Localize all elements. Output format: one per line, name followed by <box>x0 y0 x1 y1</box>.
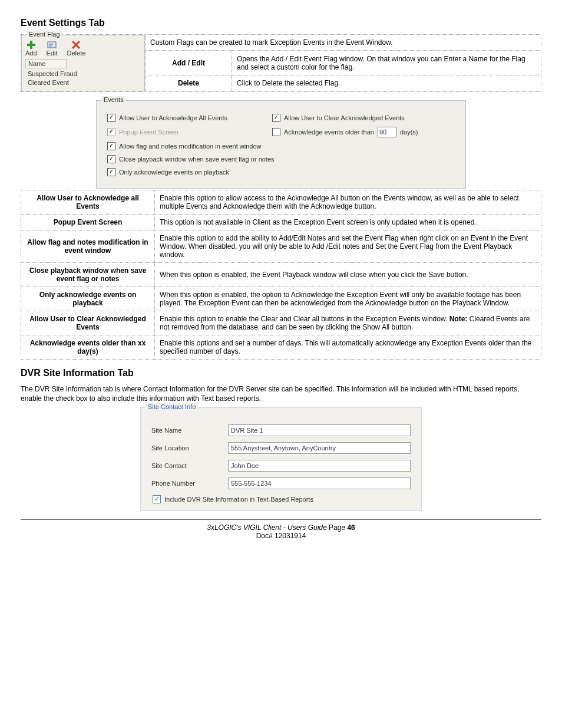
opt-label: Allow flag and notes modification in eve… <box>21 230 155 262</box>
add-edit-label: Add / Edit <box>146 51 232 75</box>
allow-flag-notes-checkbox[interactable] <box>107 142 115 150</box>
only-ack-playback-checkbox[interactable] <box>107 168 115 176</box>
opt-desc: Enable this options and set a number of … <box>155 335 541 359</box>
site-name-input[interactable]: DVR Site 1 <box>228 424 411 436</box>
close-playback-label: Close playback window when save event fl… <box>119 156 275 163</box>
add-edit-desc: Opens the Add / Edit Event Flag window. … <box>232 51 541 75</box>
add-label: Add <box>25 50 37 57</box>
ack-older-label: Acknowledge events older than <box>284 129 374 136</box>
opt-label: Popup Event Screen <box>21 214 155 230</box>
flags-intro: Custom Flags can be created to mark Exce… <box>146 35 541 51</box>
popup-label: Popup Event Screen <box>119 129 178 136</box>
add-flag-button[interactable]: Add <box>25 40 37 57</box>
delete-desc: Click to Delete the selected Flag. <box>232 75 541 92</box>
opt-desc: This option is not available in Client a… <box>155 214 541 230</box>
event-options-table: Allow User to Acknowledge all Events Ena… <box>21 190 541 360</box>
popup-checkbox <box>107 128 115 136</box>
site-contact-legend: Site Contact Info <box>146 403 198 410</box>
phone-label: Phone Number <box>151 480 228 487</box>
event-flag-panel: Event Flag Add Edit Delete Name <box>21 35 145 91</box>
events-legend: Events <box>101 96 126 103</box>
site-location-label: Site Location <box>151 444 228 452</box>
ack-older-input[interactable]: 90 <box>378 127 396 137</box>
page-footer: 3xLOGIC's VIGIL Client - Users Guide Pag… <box>21 523 541 540</box>
opt-label: Acknowledge events older than xx day(s) <box>21 335 155 359</box>
opt-desc: Enable this option to add the ability to… <box>155 230 541 262</box>
edit-flag-button[interactable]: Edit <box>47 40 58 57</box>
include-text-reports-label: Include DVR Site Information in Text-Bas… <box>164 496 313 503</box>
only-ack-playback-label: Only acknowledge events on playback <box>119 169 229 176</box>
delete-icon <box>71 40 81 50</box>
opt-desc: When this option is enabled, the Event P… <box>155 262 541 286</box>
site-contact-panel: Site Contact Info Site Name DVR Site 1 S… <box>140 407 422 511</box>
flag-list-item[interactable]: Suspected Fraud <box>28 70 138 78</box>
svg-rect-2 <box>48 42 56 48</box>
include-text-reports-checkbox[interactable] <box>153 495 161 503</box>
opt-desc: Enable this option to allow access to th… <box>155 190 541 214</box>
opt-label: Only acknowledge events on playback <box>21 286 155 311</box>
allow-flag-notes-label: Allow flag and notes modification in eve… <box>119 143 262 150</box>
phone-input[interactable]: 555-555-1234 <box>228 477 411 489</box>
heading-event-settings-tab: Event Settings Tab <box>21 18 541 28</box>
close-playback-checkbox[interactable] <box>107 155 115 163</box>
opt-label: Allow User to Clear Acknowledged Events <box>21 311 155 335</box>
ack-all-checkbox[interactable] <box>107 114 115 122</box>
ack-all-label: Allow User to Acknowledge All Events <box>119 114 227 121</box>
events-panel: Events Allow User to Acknowledge All Eve… <box>96 100 466 189</box>
flag-list-item[interactable]: Cleared Event <box>28 78 138 87</box>
plus-icon <box>27 40 36 50</box>
dvr-intro-text: The DVR Site Information tab is where Co… <box>21 384 541 404</box>
delete-label-cell: Delete <box>146 75 232 92</box>
delete-flag-button[interactable]: Delete <box>67 40 86 57</box>
opt-label: Allow User to Acknowledge all Events <box>21 190 155 214</box>
site-name-label: Site Name <box>151 427 228 434</box>
opt-label: Close playback window when save event fl… <box>21 262 155 286</box>
event-flag-table: Event Flag Add Edit Delete Name <box>21 34 541 92</box>
site-contact-input[interactable]: John Doe <box>228 460 411 472</box>
event-flag-legend: Event Flag <box>27 31 62 38</box>
site-location-input[interactable]: 555 Anystreet, Anytown, AnyCountry <box>228 442 411 454</box>
clear-ack-label: Allow User to Clear Acknowledged Events <box>284 114 405 121</box>
heading-dvr-site-info-tab: DVR Site Information Tab <box>21 368 541 378</box>
opt-desc: Enable this option to enable the Clear a… <box>155 311 541 335</box>
svg-rect-1 <box>27 44 35 46</box>
edit-label: Edit <box>47 50 58 57</box>
ack-older-unit: day(s) <box>400 129 418 136</box>
footer-rule <box>21 519 541 520</box>
ack-older-checkbox[interactable] <box>272 128 280 136</box>
flag-list-header[interactable]: Name <box>25 59 67 68</box>
opt-desc: When this option is enabled, the option … <box>155 286 541 311</box>
edit-icon <box>47 40 57 50</box>
clear-ack-checkbox[interactable] <box>272 114 280 122</box>
delete-label: Delete <box>67 50 86 57</box>
site-contact-label: Site Contact <box>151 462 228 469</box>
